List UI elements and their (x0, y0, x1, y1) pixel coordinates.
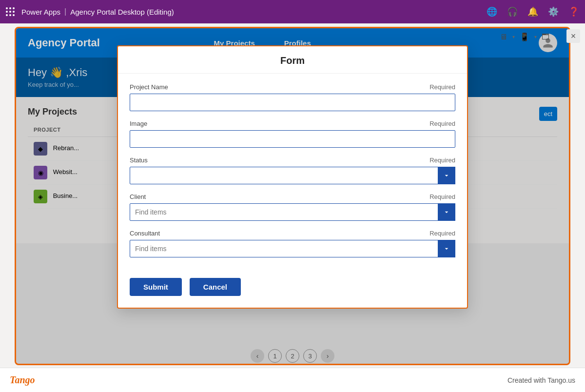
modal-header: Form (118, 46, 467, 74)
client-find-wrapper (130, 203, 455, 221)
label-project-name: Project Name (130, 83, 168, 91)
close-button[interactable]: × (566, 29, 580, 43)
required-status: Required (429, 157, 455, 164)
form-group-project-name: Project Name Required (130, 83, 455, 111)
app-grid-icon[interactable] (6, 7, 15, 16)
required-consultant: Required (429, 230, 455, 237)
tango-logo: Tango (10, 374, 35, 386)
input-client[interactable] (130, 203, 455, 221)
canvas-wrapper: 🖥 ▾ 📱 ▾ 🗔 Agency Portal My Projects Prof… (15, 27, 570, 365)
headphones-icon[interactable]: 🎧 (507, 6, 518, 17)
created-text: Created with Tango.us (507, 376, 575, 384)
form-group-status: Status Required (130, 157, 455, 184)
required-image: Required (429, 120, 455, 127)
form-group-client: Client Required (130, 193, 455, 221)
nav-separator: | (64, 7, 66, 16)
form-group-consultant: Consultant Required (130, 230, 455, 257)
label-client: Client (130, 193, 146, 200)
gear-icon[interactable]: ⚙️ (548, 6, 559, 17)
label-consultant: Consultant (130, 230, 160, 237)
consultant-find-wrapper (130, 240, 455, 257)
page-title: Agency Portal Desktop (Editing) (70, 8, 174, 16)
top-nav: Power Apps | Agency Portal Desktop (Edit… (0, 0, 585, 23)
form-group-image: Image Required (130, 120, 455, 148)
select-status[interactable] (130, 167, 455, 184)
submit-button[interactable]: Submit (130, 278, 182, 296)
client-chevron-icon[interactable] (438, 203, 455, 221)
input-consultant[interactable] (130, 240, 455, 257)
app-name: Power Apps (21, 8, 60, 16)
help-icon[interactable]: ❓ (568, 6, 579, 17)
cancel-button[interactable]: Cancel (190, 278, 241, 296)
modal-footer: Submit Cancel (118, 278, 467, 308)
bottom-bar: Tango Created with Tango.us (0, 368, 585, 392)
label-image: Image (130, 120, 147, 127)
modal-title: Form (280, 55, 305, 66)
modal-overlay: Form Project Name Required Image Require… (16, 28, 569, 364)
modal-body: Project Name Required Image Required (118, 74, 467, 278)
bell-icon[interactable]: 🔔 (527, 6, 538, 17)
nav-right: 🌐 🎧 🔔 ⚙️ ❓ (487, 6, 579, 17)
consultant-chevron-icon[interactable] (438, 240, 455, 257)
label-status: Status (130, 157, 148, 164)
input-project-name[interactable] (130, 94, 455, 111)
status-select-wrapper (130, 167, 455, 184)
required-client: Required (429, 193, 455, 200)
globe-icon[interactable]: 🌐 (487, 6, 497, 17)
input-image[interactable] (130, 130, 455, 148)
modal-dialog: Form Project Name Required Image Require… (117, 45, 468, 309)
required-project-name: Required (429, 83, 455, 91)
